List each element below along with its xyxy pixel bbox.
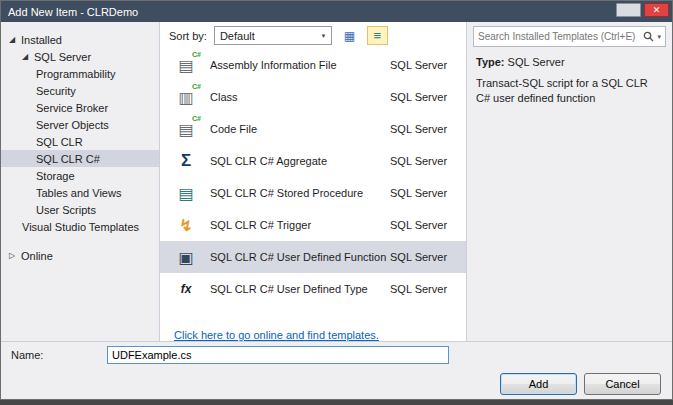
trigger-icon: ↯: [174, 213, 198, 237]
sidebar-item-installed[interactable]: ◢Installed: [1, 31, 159, 48]
sort-by-label: Sort by:: [169, 30, 207, 42]
template-list: ▤C# Assembly Information File SQL Server…: [160, 49, 466, 316]
sidebar-item-label: Storage: [36, 170, 75, 182]
description-text: Transact-SQL script for a SQL CLR C# use…: [476, 76, 662, 107]
template-type: SQL Server: [390, 251, 456, 263]
main-area: ◢Installed ◢SQL Server Programmability S…: [1, 22, 672, 342]
type-value: SQL Server: [508, 56, 565, 68]
sidebar-item-label: Security: [36, 85, 76, 97]
search-box[interactable]: ▾: [473, 26, 666, 47]
template-type: SQL Server: [390, 187, 456, 199]
add-new-item-dialog: Add New Item - CLRDemo ✕ ◢Installed ◢SQL…: [0, 0, 673, 400]
template-item-sql-clr-aggregate[interactable]: Σ SQL CLR C# Aggregate SQL Server: [160, 145, 466, 177]
sidebar-item-label: SQL CLR: [36, 136, 83, 148]
sidebar-item-service-broker[interactable]: Service Broker: [1, 99, 159, 116]
csharp-badge: C#: [192, 51, 201, 58]
template-item-code-file[interactable]: ▤C# Code File SQL Server: [160, 113, 466, 145]
name-input[interactable]: [107, 346, 449, 364]
sort-by-dropdown[interactable]: Default ▼: [214, 26, 332, 45]
template-list-pane: Sort by: Default ▼ ▦ ≡ ▤C# Assembly Info…: [159, 22, 467, 341]
aggregate-icon: Σ: [174, 149, 198, 173]
sidebar-item-security[interactable]: Security: [1, 82, 159, 99]
sidebar-item-sql-server[interactable]: ◢SQL Server: [1, 48, 159, 65]
code-file-icon: ▤C#: [174, 117, 198, 141]
template-name: SQL CLR C# Trigger: [210, 219, 390, 231]
template-type: SQL Server: [390, 59, 456, 71]
template-item-assembly-information-file[interactable]: ▤C# Assembly Information File SQL Server: [160, 49, 466, 81]
sidebar-item-label: SQL Server: [34, 51, 91, 63]
template-name: SQL CLR C# Stored Procedure: [210, 187, 390, 199]
sidebar-item-label: User Scripts: [36, 204, 96, 216]
sidebar-item-online[interactable]: ▷Online: [1, 247, 159, 264]
sidebar-item-sql-clr-csharp[interactable]: SQL CLR C#: [1, 150, 159, 167]
close-button[interactable]: ✕: [644, 3, 669, 17]
sidebar-item-label: Server Objects: [36, 119, 109, 131]
cancel-button[interactable]: Cancel: [584, 373, 661, 395]
class-icon: ▥C#: [174, 85, 198, 109]
window-shadow: [0, 400, 673, 405]
expander-icon[interactable]: ▷: [9, 251, 21, 260]
template-name: SQL CLR C# Aggregate: [210, 155, 390, 167]
template-type: SQL Server: [390, 283, 456, 295]
small-icons-view-button[interactable]: ≡: [367, 26, 388, 45]
online-templates-link[interactable]: Click here to go online and find templat…: [174, 329, 379, 341]
template-type: SQL Server: [390, 123, 456, 135]
sidebar-item-user-scripts[interactable]: User Scripts: [1, 201, 159, 218]
window-title: Add New Item - CLRDemo: [8, 6, 138, 18]
template-type: SQL Server: [390, 219, 456, 231]
user-defined-function-icon: ▣: [174, 245, 198, 269]
sidebar-item-storage[interactable]: Storage: [1, 167, 159, 184]
details-pane: ▾ Type: SQL Server Transact-SQL script f…: [467, 22, 672, 341]
sidebar-item-label: Tables and Views: [36, 187, 121, 199]
template-item-sql-clr-stored-procedure[interactable]: ▤ SQL CLR C# Stored Procedure SQL Server: [160, 177, 466, 209]
user-defined-type-icon: fx: [174, 277, 198, 301]
sidebar-item-label: Installed: [21, 34, 62, 46]
chevron-down-icon[interactable]: ▼: [316, 27, 331, 44]
template-name: SQL CLR C# User Defined Type: [210, 283, 390, 295]
grid-view-icon: ▦: [344, 29, 355, 43]
stored-procedure-icon: ▤: [174, 181, 198, 205]
csharp-badge: C#: [192, 115, 201, 122]
name-row: Name:: [1, 342, 672, 368]
sidebar-item-sql-clr[interactable]: SQL CLR: [1, 133, 159, 150]
search-controls: ▾: [643, 31, 665, 42]
template-type: SQL Server: [390, 91, 456, 103]
medium-icons-view-button[interactable]: ▦: [339, 26, 360, 45]
sidebar-item-label: Service Broker: [36, 102, 108, 114]
template-name: Assembly Information File: [210, 59, 390, 71]
assembly-information-file-icon: ▤C#: [174, 53, 198, 77]
sidebar-item-label: Programmability: [36, 68, 115, 80]
sidebar-item-label: Online: [21, 250, 53, 262]
sidebar-item-label: SQL CLR C#: [36, 153, 100, 165]
sidebar-item-label: Visual Studio Templates: [22, 221, 139, 233]
titlebar[interactable]: Add New Item - CLRDemo ✕: [1, 1, 672, 22]
window-buttons: ✕: [616, 3, 669, 17]
expander-icon[interactable]: ◢: [9, 35, 21, 44]
sidebar-item-programmability[interactable]: Programmability: [1, 65, 159, 82]
template-item-sql-clr-user-defined-type[interactable]: fx SQL CLR C# User Defined Type SQL Serv…: [160, 273, 466, 305]
template-item-sql-clr-user-defined-function[interactable]: ▣ SQL CLR C# User Defined Function SQL S…: [160, 241, 466, 273]
expander-icon[interactable]: ◢: [22, 52, 34, 61]
close-icon: ✕: [653, 5, 661, 15]
sidebar-item-visual-studio-templates[interactable]: Visual Studio Templates: [1, 218, 159, 235]
name-label: Name:: [11, 349, 107, 361]
template-item-class[interactable]: ▥C# Class SQL Server: [160, 81, 466, 113]
sort-bar: Sort by: Default ▼ ▦ ≡: [160, 22, 466, 49]
add-button[interactable]: Add: [500, 373, 577, 395]
template-name: Code File: [210, 123, 390, 135]
category-tree: ◢Installed ◢SQL Server Programmability S…: [1, 22, 159, 341]
search-icon[interactable]: [643, 31, 654, 42]
list-view-icon: ≡: [374, 28, 382, 43]
type-line: Type: SQL Server: [476, 56, 664, 68]
search-input[interactable]: [474, 31, 643, 42]
sort-by-value: Default: [220, 30, 255, 42]
template-name: SQL CLR C# User Defined Function: [210, 251, 390, 263]
button-row: Add Cancel: [1, 368, 672, 399]
sidebar-item-tables-and-views[interactable]: Tables and Views: [1, 184, 159, 201]
template-name: Class: [210, 91, 390, 103]
template-item-sql-clr-trigger[interactable]: ↯ SQL CLR C# Trigger SQL Server: [160, 209, 466, 241]
online-link-row: Click here to go online and find templat…: [160, 316, 466, 341]
window-button-secondary[interactable]: [616, 3, 641, 17]
sidebar-item-server-objects[interactable]: Server Objects: [1, 116, 159, 133]
search-chevron-icon[interactable]: ▾: [657, 33, 661, 41]
